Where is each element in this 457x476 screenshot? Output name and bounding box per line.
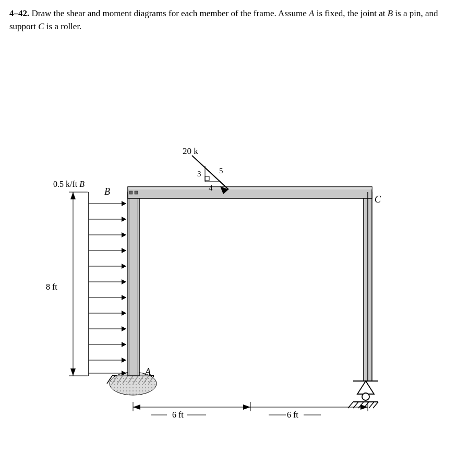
svg-marker-52 xyxy=(122,342,126,347)
svg-marker-46 xyxy=(122,295,126,300)
svg-point-24 xyxy=(362,393,369,400)
distributed-load-label: 0.5 k/ft B xyxy=(53,180,85,188)
problem-intro: Draw the shear and moment diagrams for e… xyxy=(9,8,438,31)
svg-marker-61 xyxy=(70,368,76,376)
svg-marker-34 xyxy=(122,201,126,206)
svg-line-31 xyxy=(373,402,378,408)
ratio-4-label: 4 xyxy=(209,184,213,192)
dim-6ft-2-label: 6 ft xyxy=(287,410,298,419)
svg-rect-20 xyxy=(129,191,133,194)
svg-marker-40 xyxy=(122,248,126,253)
svg-marker-60 xyxy=(70,192,76,199)
label-A: A xyxy=(145,366,151,377)
svg-marker-23 xyxy=(357,381,374,394)
svg-marker-70 xyxy=(133,404,140,410)
diagram: 20 k 3 4 5 B A C 0.5 k/ft B 8 ft 6 ft xyxy=(31,57,438,444)
ratio-5-label: 5 xyxy=(219,166,223,175)
dim-6ft-1-label: 6 ft xyxy=(172,410,184,419)
svg-marker-42 xyxy=(122,264,126,269)
svg-rect-21 xyxy=(135,191,138,194)
problem-text: 4–42. Draw the shear and moment diagrams… xyxy=(9,7,448,33)
svg-rect-14 xyxy=(128,192,139,376)
svg-line-30 xyxy=(369,402,374,408)
svg-marker-38 xyxy=(122,232,126,237)
svg-marker-50 xyxy=(122,326,126,331)
svg-marker-48 xyxy=(122,311,126,316)
svg-marker-71 xyxy=(243,404,250,410)
ratio-3-label: 3 xyxy=(197,170,201,178)
label-B: B xyxy=(104,186,110,197)
svg-rect-19 xyxy=(128,187,372,189)
svg-marker-74 xyxy=(360,404,368,410)
label-C: C xyxy=(375,194,381,205)
problem-number: 4–42. xyxy=(9,8,29,18)
svg-marker-36 xyxy=(122,217,126,222)
force-label: 20 k xyxy=(183,146,198,156)
dim-8ft-label: 8 ft xyxy=(46,282,57,291)
svg-rect-66 xyxy=(205,176,209,181)
svg-marker-54 xyxy=(122,358,126,363)
svg-marker-44 xyxy=(122,279,126,284)
